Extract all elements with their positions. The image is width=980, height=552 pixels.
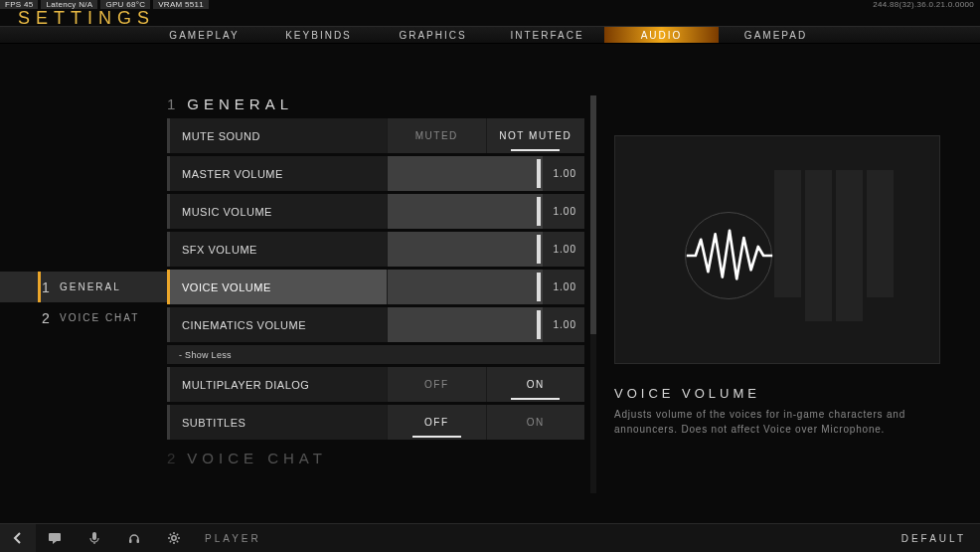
- svg-line-12: [177, 534, 178, 535]
- side-num: 1: [42, 279, 50, 295]
- slider-cinematics[interactable]: 1.00: [387, 307, 584, 342]
- slider-value: 1.00: [543, 319, 576, 330]
- scroll-handle[interactable]: [590, 95, 596, 334]
- tab-audio[interactable]: AUDIO: [604, 27, 719, 43]
- side-nav: 1 GENERAL 2 VOICE CHAT: [0, 48, 167, 509]
- toggle-subtitles: OFF ON: [387, 405, 584, 440]
- detail-description: Adjusts volume of the voices for in-game…: [614, 407, 940, 437]
- tab-interface[interactable]: INTERFACE: [490, 27, 604, 43]
- svg-rect-1: [92, 532, 96, 540]
- perf-bar: FPS 45 Latency N/A GPU 68°C VRAM 5511 24…: [0, 0, 980, 9]
- svg-line-10: [177, 541, 178, 542]
- slider-thumb[interactable]: [537, 197, 541, 226]
- slider-value: 1.00: [543, 244, 576, 255]
- slider-value: 1.00: [543, 206, 576, 217]
- tab-gamepad[interactable]: GAMEPAD: [719, 27, 833, 43]
- svg-rect-0: [49, 533, 61, 541]
- svg-line-11: [170, 541, 171, 542]
- toggle-mpdialog: OFF ON: [387, 367, 584, 402]
- chat-icon[interactable]: [48, 531, 62, 545]
- vram-chip: VRAM 5511: [153, 0, 209, 9]
- slider-thumb[interactable]: [537, 310, 541, 339]
- top-tabs: GAMEPLAY KEYBINDS GRAPHICS INTERFACE AUD…: [0, 26, 980, 44]
- slider-thumb[interactable]: [537, 159, 541, 188]
- show-less-toggle[interactable]: - Show Less: [167, 345, 584, 364]
- tab-keybinds[interactable]: KEYBINDS: [261, 27, 376, 43]
- detail-art: [614, 135, 940, 364]
- row-label: Mute Sound: [170, 130, 387, 142]
- bottom-icons: [48, 531, 181, 545]
- section-title: GENERAL: [187, 95, 293, 112]
- slider-thumb[interactable]: [537, 235, 541, 264]
- side-num: 2: [42, 310, 50, 326]
- tab-gameplay[interactable]: GAMEPLAY: [147, 27, 261, 43]
- game-logo-icon: [774, 170, 894, 329]
- section-title: VOICE CHAT: [187, 450, 327, 466]
- rows-container: Mute Sound MUTED NOT MUTED Master Volume…: [167, 118, 584, 440]
- opt-on[interactable]: ON: [486, 405, 585, 440]
- row-sfx-volume[interactable]: SFX Volume 1.00: [167, 232, 584, 267]
- section-num: 1: [167, 95, 177, 112]
- row-music-volume[interactable]: Music Volume 1.00: [167, 194, 584, 229]
- svg-point-4: [172, 536, 176, 540]
- row-label: Voice Volume: [170, 281, 387, 293]
- opt-off[interactable]: OFF: [387, 405, 486, 440]
- slider-sfx[interactable]: 1.00: [387, 232, 584, 267]
- row-label: Master Volume: [170, 168, 387, 180]
- row-master-volume[interactable]: Master Volume 1.00: [167, 156, 584, 191]
- slider-value: 1.00: [543, 168, 576, 179]
- bottom-bar: PLAYER DEFAULT: [0, 523, 980, 552]
- fps-chip: FPS 45: [0, 0, 38, 9]
- svg-rect-3: [137, 539, 140, 543]
- toggle-mute: MUTED NOT MUTED: [387, 118, 584, 153]
- opt-on[interactable]: ON: [486, 367, 585, 402]
- default-button[interactable]: DEFAULT: [901, 533, 966, 544]
- detail-title: VOICE VOLUME: [614, 386, 940, 401]
- settings-list: 1 GENERAL Mute Sound MUTED NOT MUTED Mas…: [167, 48, 584, 509]
- slider-value: 1.00: [543, 281, 576, 292]
- headset-icon[interactable]: [127, 531, 141, 545]
- opt-not-muted[interactable]: NOT MUTED: [486, 118, 585, 153]
- player-button[interactable]: PLAYER: [205, 533, 261, 544]
- content-area: 1 GENERAL 2 VOICE CHAT 1 GENERAL Mute So…: [0, 48, 980, 509]
- svg-rect-2: [129, 539, 132, 543]
- row-label: SFX Volume: [170, 244, 387, 256]
- mic-icon[interactable]: [87, 531, 101, 545]
- side-label: GENERAL: [60, 281, 121, 292]
- slider-master[interactable]: 1.00: [387, 156, 584, 191]
- gpu-chip: GPU 68°C: [100, 0, 150, 9]
- section-num: 2: [167, 450, 177, 466]
- back-button[interactable]: [0, 524, 36, 552]
- row-label: Subtitles: [170, 417, 387, 429]
- section-voice-chat-header: 2 VOICE CHAT: [167, 450, 584, 466]
- row-cinematics-volume[interactable]: Cinematics Volume 1.00: [167, 307, 584, 342]
- chevron-left-icon: [11, 531, 25, 545]
- row-multiplayer-dialog[interactable]: Multiplayer Dialog OFF ON: [167, 367, 584, 402]
- opt-muted[interactable]: MUTED: [387, 118, 486, 153]
- opt-off[interactable]: OFF: [387, 367, 486, 402]
- soundwave-icon: [685, 216, 774, 295]
- row-subtitles[interactable]: Subtitles OFF ON: [167, 405, 584, 440]
- section-general-header: 1 GENERAL: [167, 95, 584, 112]
- row-voice-volume[interactable]: Voice Volume 1.00: [167, 270, 584, 304]
- side-item-voice-chat[interactable]: 2 VOICE CHAT: [0, 302, 167, 333]
- scrollbar[interactable]: [590, 95, 596, 493]
- net-stats: 244.88(32).36.0.21.0.0000: [873, 0, 980, 9]
- slider-music[interactable]: 1.00: [387, 194, 584, 229]
- side-item-general[interactable]: 1 GENERAL: [0, 272, 167, 302]
- slider-thumb[interactable]: [537, 273, 541, 301]
- row-label: Multiplayer Dialog: [170, 379, 387, 391]
- slider-voice[interactable]: 1.00: [387, 270, 584, 304]
- row-label: Cinematics Volume: [170, 319, 387, 331]
- latency-chip: Latency N/A: [41, 0, 97, 9]
- side-label: VOICE CHAT: [60, 312, 139, 323]
- row-label: Music Volume: [170, 206, 387, 218]
- detail-panel: VOICE VOLUME Adjusts volume of the voice…: [584, 48, 980, 509]
- svg-line-9: [170, 534, 171, 535]
- gear-icon[interactable]: [167, 531, 181, 545]
- tab-graphics[interactable]: GRAPHICS: [376, 27, 490, 43]
- row-mute-sound[interactable]: Mute Sound MUTED NOT MUTED: [167, 118, 584, 153]
